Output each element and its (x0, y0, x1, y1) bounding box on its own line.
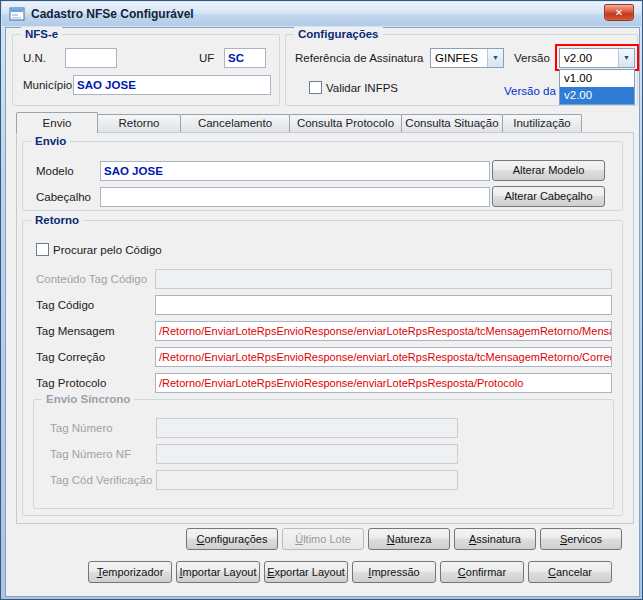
configuracoes-button[interactable]: Configurações (186, 528, 278, 550)
close-button[interactable]: ✕ (604, 4, 634, 21)
tag-cod-verificacao-input (156, 470, 458, 490)
group-envio-sincrono: Envio Síncrono Tag Número Tag Número NF … (33, 399, 614, 509)
group-configuracoes-caption: Configurações (294, 27, 383, 41)
versao-dropdown-list: v1.00 v2.00 (559, 69, 635, 105)
versao-label: Versão (514, 52, 550, 65)
uf-label: UF (199, 52, 214, 65)
alterar-cabecalho-button[interactable]: Alterar Cabeçalho (492, 186, 605, 207)
tag-mensagem-label: Tag Mensagem (36, 325, 115, 338)
chevron-down-icon[interactable]: ▼ (618, 49, 634, 67)
ultimo-lote-button: Último Lote (282, 528, 364, 550)
tag-correcao-label: Tag Correção (36, 351, 105, 364)
versao-option-v2[interactable]: v2.00 (560, 87, 634, 104)
tag-numero-nf-input (156, 444, 458, 464)
procurar-codigo-label[interactable]: Procurar pelo Código (53, 244, 162, 257)
impressao-button[interactable]: Impressão (352, 561, 436, 583)
group-nfse: NFS-e U.N. UF SC Município SAO JOSE (12, 34, 280, 106)
referencia-assinatura-value: GINFES (435, 52, 478, 64)
validar-infps-label[interactable]: Validar INFPS (326, 82, 398, 95)
referencia-assinatura-select[interactable]: GINFES ▼ (430, 48, 504, 68)
un-label: U.N. (23, 52, 46, 65)
tab-consulta-situacao[interactable]: Consulta Situação (401, 114, 503, 132)
confirmar-button[interactable]: Confirmar (440, 561, 524, 583)
dialog-window: Cadastro NFSe Configurável ✕ NFS-e U.N. … (0, 0, 643, 600)
tag-codigo-label: Tag Código (36, 299, 94, 312)
tag-codigo-input[interactable] (155, 295, 612, 315)
group-retorno: Retorno Procurar pelo Código Conteúdo Ta… (22, 220, 623, 516)
procurar-codigo-checkbox[interactable] (36, 243, 49, 256)
group-envio-caption: Envio (31, 134, 70, 148)
close-icon: ✕ (615, 7, 623, 18)
tag-protocolo-input[interactable]: /Retorno/EnviarLoteRpsEnvioResponse/envi… (155, 373, 612, 393)
natureza-button[interactable]: Natureza (368, 528, 450, 550)
titlebar[interactable]: Cadastro NFSe Configurável ✕ (2, 2, 641, 26)
validar-infps-checkbox[interactable] (309, 81, 322, 94)
un-input[interactable] (65, 48, 117, 68)
tab-strip: Envio Retorno Cancelamento Consulta Prot… (16, 112, 581, 132)
app-icon (9, 6, 25, 22)
group-nfse-caption: NFS-e (21, 27, 62, 41)
municipio-input[interactable]: SAO JOSE (73, 75, 271, 95)
cabecalho-input[interactable] (100, 187, 490, 207)
modelo-label: Modelo (36, 165, 74, 178)
tab-inutilizacao[interactable]: Inutilização (502, 114, 582, 132)
tab-retorno[interactable]: Retorno (97, 114, 181, 132)
exportar-layout-button[interactable]: Exportar Layout (264, 561, 348, 583)
group-envio-sincrono-caption: Envio Síncrono (42, 392, 134, 406)
tab-consulta-protocolo[interactable]: Consulta Protocolo (289, 114, 402, 132)
tag-mensagem-input[interactable]: /Retorno/EnviarLoteRpsEnvioResponse/envi… (155, 321, 612, 341)
referencia-assinatura-label: Referência de Assinatura (295, 52, 424, 65)
tab-cancelamento[interactable]: Cancelamento (180, 114, 290, 132)
assinatura-button[interactable]: Assinatura (454, 528, 536, 550)
group-configuracoes: Configurações Referência de Assinatura G… (285, 34, 638, 106)
tag-numero-label: Tag Número (50, 422, 113, 435)
modelo-input[interactable]: SAO JOSE (100, 161, 490, 181)
alterar-modelo-button[interactable]: Alterar Modelo (492, 160, 605, 181)
tag-numero-input (156, 418, 458, 438)
versao-option-v1[interactable]: v1.00 (560, 70, 634, 87)
tag-numero-nf-label: Tag Número NF (50, 448, 131, 461)
cabecalho-label: Cabeçalho (36, 191, 91, 204)
group-retorno-caption: Retorno (31, 213, 83, 227)
chevron-down-icon[interactable]: ▼ (487, 49, 503, 67)
tag-protocolo-label: Tag Protocolo (36, 377, 106, 390)
servicos-button[interactable]: Servicos (540, 528, 622, 550)
window-title: Cadastro NFSe Configurável (31, 7, 604, 21)
importar-layout-button[interactable]: Importar Layout (176, 561, 260, 583)
temporizador-button[interactable]: Temporizador (88, 561, 172, 583)
conteudo-tag-codigo-label: Conteúdo Tag Código (36, 273, 147, 286)
tab-envio[interactable]: Envio (16, 112, 98, 133)
group-envio: Envio Modelo SAO JOSE Cabeçalho Alterar … (22, 141, 623, 211)
versao-value: v2.00 (564, 52, 592, 64)
conteudo-tag-codigo-input (155, 269, 612, 289)
tag-cod-verificacao-label: Tag Cód Verificação (50, 474, 152, 487)
cancelar-button[interactable]: Cancelar (528, 561, 612, 583)
tag-correcao-input[interactable]: /Retorno/EnviarLoteRpsEnvioResponse/envi… (155, 347, 612, 367)
dialog-body: NFS-e U.N. UF SC Município SAO JOSE Conf… (5, 27, 640, 597)
uf-input[interactable]: SC (224, 48, 266, 68)
versao-select[interactable]: v2.00 ▼ (559, 48, 635, 68)
municipio-label: Município (23, 79, 72, 92)
